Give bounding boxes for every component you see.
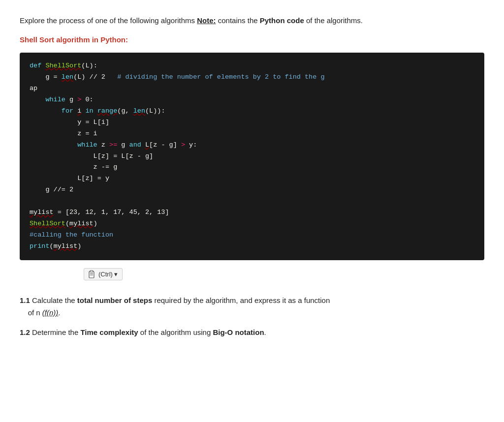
clipboard-icon xyxy=(88,270,95,278)
q1-text-before: Calculate the xyxy=(30,296,77,304)
q2-number: 1.2 xyxy=(20,328,30,336)
ctrl-tooltip[interactable]: (Ctrl) ▾ xyxy=(84,268,123,280)
q1-number: 1.1 xyxy=(20,296,30,304)
note-label: Note: xyxy=(197,16,216,25)
section-title: Shell Sort algorithm in Python: xyxy=(20,35,484,44)
questions-section: 1.1 Calculate the total number of steps … xyxy=(20,294,484,339)
code-line-5: for i in range(g, len(L)): xyxy=(30,106,474,117)
ctrl-tooltip-text: (Ctrl) ▾ xyxy=(98,271,118,278)
code-line-7: z = i xyxy=(30,128,474,140)
code-block: def ShellSort(L): g = len(L) // 2 # divi… xyxy=(20,53,484,260)
q2-bold1: Time complexity xyxy=(80,328,138,336)
code-line-3: ap xyxy=(30,83,474,94)
code-line-9: L[z] = L[z - g] xyxy=(30,151,474,162)
q1-bold: total number of steps xyxy=(77,296,153,304)
q1-line2-before: of n xyxy=(28,308,42,317)
svg-rect-1 xyxy=(90,271,93,272)
code-line-15: ShellSort(mylist) xyxy=(30,218,474,230)
code-line-6: y = L[i] xyxy=(30,117,474,128)
intro-paragraph: Explore the process of one of the follow… xyxy=(20,15,484,27)
intro-text-before: Explore the process of one of the follow… xyxy=(20,16,197,25)
intro-bold1: Python code xyxy=(260,16,304,25)
intro-text-end: of the algorithms. xyxy=(304,16,363,25)
q1-italic-underline: (f(n)) xyxy=(42,308,59,317)
code-line-17: print(mylist) xyxy=(30,241,474,252)
q1-text-after: required by the algorithm, and express i… xyxy=(152,296,330,304)
code-line-1: def ShellSort(L): xyxy=(30,60,474,72)
code-line-11: L[z] = y xyxy=(30,173,474,184)
question-1: 1.1 Calculate the total number of steps … xyxy=(20,294,484,319)
q2-bold2: Big-O notation xyxy=(213,328,264,336)
intro-text-after: contains the xyxy=(216,16,260,25)
code-line-4: while g > 0: xyxy=(30,94,474,106)
code-line-13 xyxy=(30,196,474,207)
q2-text-end: . xyxy=(264,328,266,336)
code-line-2: g = len(L) // 2 # dividing the number of… xyxy=(30,72,474,83)
code-line-12: g //= 2 xyxy=(30,184,474,196)
code-line-14: mylist = [23, 12, 1, 17, 45, 2, 13] xyxy=(30,207,474,218)
ctrl-tooltip-container: (Ctrl) ▾ xyxy=(20,266,484,280)
q2-text-middle: of the algorithm using xyxy=(138,328,213,336)
code-line-8: while z >= g and L[z - g] > y: xyxy=(30,140,474,151)
code-line-16: #calling the function xyxy=(30,230,474,241)
q1-line2-after: . xyxy=(58,308,60,317)
code-line-10: z -= g xyxy=(30,162,474,173)
question-2: 1.2 Determine the Time complexity of the… xyxy=(20,326,484,339)
q2-text-before: Determine the xyxy=(30,328,81,336)
